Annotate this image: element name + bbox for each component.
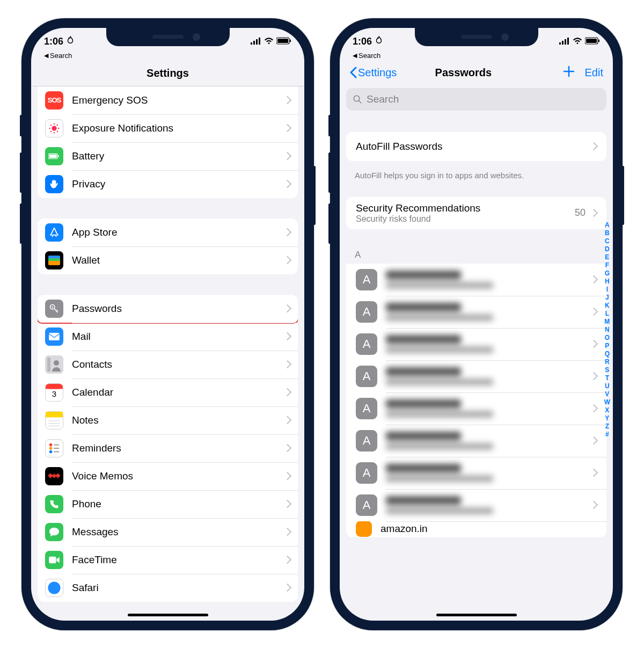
chevron-right-icon	[591, 339, 597, 349]
index-letter[interactable]: W	[604, 398, 610, 406]
battery-icon	[585, 36, 600, 47]
notch	[415, 28, 538, 46]
settings-row-emergency-sos[interactable]: SOSEmergency SOS	[38, 86, 298, 114]
svg-rect-49	[559, 42, 561, 45]
password-entry[interactable]: A	[346, 457, 606, 489]
index-letter[interactable]: L	[605, 310, 609, 318]
settings-row-safari[interactable]: Safari	[38, 574, 298, 602]
back-to-search[interactable]: ◀ Search	[31, 52, 304, 62]
entry-text-blurred	[386, 367, 591, 385]
index-letter[interactable]: E	[605, 253, 609, 261]
index-letter[interactable]: C	[605, 237, 610, 245]
index-letter[interactable]: X	[605, 406, 609, 414]
index-letter[interactable]: K	[605, 302, 610, 310]
passwords-list[interactable]: AAAAAAAAamazon.in	[346, 264, 606, 537]
site-avatar: A	[356, 333, 377, 355]
screen-right: 1:06 ◀ Search Settings Passwords	[340, 28, 613, 621]
phone-frame-right: 1:06 ◀ Search Settings Passwords	[330, 18, 623, 630]
svg-point-12	[50, 124, 52, 125]
settings-row-exposure-notifications[interactable]: Exposure Notifications	[38, 114, 298, 142]
index-letter[interactable]: #	[605, 431, 609, 439]
site-avatar: A	[356, 269, 377, 290]
settings-row-calendar[interactable]: 3Calendar	[38, 378, 298, 406]
index-letter[interactable]: Y	[605, 414, 609, 423]
svg-rect-31	[46, 387, 63, 389]
back-to-search[interactable]: ◀ Search	[340, 52, 613, 62]
index-letter[interactable]: S	[605, 366, 609, 374]
index-letter[interactable]: D	[605, 245, 610, 253]
password-entry[interactable]: A	[346, 328, 606, 360]
settings-row-messages[interactable]: Messages	[38, 518, 298, 546]
settings-row-phone[interactable]: Phone	[38, 490, 298, 518]
settings-row-notes[interactable]: Notes	[38, 406, 298, 434]
index-letter[interactable]: J	[605, 294, 609, 302]
settings-row-wallet[interactable]: Wallet	[38, 246, 298, 274]
index-letter[interactable]: B	[605, 229, 610, 237]
settings-row-contacts[interactable]: Contacts	[38, 351, 298, 378]
index-letter[interactable]: O	[605, 334, 610, 342]
entry-text-blurred	[386, 303, 591, 321]
settings-row-privacy[interactable]: Privacy	[38, 170, 298, 198]
index-letter[interactable]: V	[605, 390, 609, 398]
svg-point-10	[49, 127, 50, 128]
svg-point-7	[52, 126, 56, 130]
settings-row-mail[interactable]: Mail	[38, 323, 298, 351]
entry-text-blurred	[386, 335, 591, 353]
chevron-right-icon	[284, 360, 290, 369]
settings-list[interactable]: SOSEmergency SOSExposure NotificationsBa…	[31, 86, 304, 607]
search-placeholder: Search	[367, 93, 399, 105]
phone-icon	[45, 495, 63, 513]
home-indicator[interactable]	[436, 614, 517, 616]
edit-button[interactable]: Edit	[585, 67, 603, 79]
index-letter[interactable]: Z	[605, 423, 609, 431]
settings-row-facetime[interactable]: FaceTime	[38, 546, 298, 574]
svg-rect-50	[562, 41, 564, 45]
index-letter[interactable]: H	[605, 278, 610, 286]
password-entry[interactable]: A	[346, 392, 606, 425]
home-indicator[interactable]	[128, 614, 208, 616]
index-letter[interactable]: R	[605, 358, 610, 366]
index-letter[interactable]: M	[604, 318, 610, 326]
index-letter[interactable]: G	[605, 270, 610, 278]
password-entry[interactable]: A	[346, 264, 606, 296]
add-button[interactable]	[562, 65, 575, 81]
index-letter[interactable]: T	[605, 374, 609, 382]
index-letter[interactable]: P	[605, 342, 609, 350]
security-subtitle: Security risks found	[356, 214, 575, 224]
safari-icon	[45, 579, 63, 597]
settings-row-passwords[interactable]: Passwords	[38, 295, 298, 323]
row-label: Passwords	[72, 303, 284, 315]
chevron-right-icon	[284, 228, 290, 237]
settings-row-reminders[interactable]: Reminders	[38, 434, 298, 462]
status-time: 1:06	[353, 36, 372, 47]
password-entry[interactable]: A	[346, 425, 606, 457]
index-letter[interactable]: I	[606, 286, 608, 294]
messages-icon	[45, 523, 63, 541]
settings-row-battery[interactable]: Battery	[38, 142, 298, 170]
search-input[interactable]: Search	[346, 88, 606, 111]
facetime-icon	[45, 551, 63, 569]
back-label: Search	[358, 52, 380, 60]
settings-row-voice-memos[interactable]: Voice Memos	[38, 462, 298, 490]
entry-text-blurred	[386, 271, 591, 289]
contacts-icon	[45, 355, 63, 374]
svg-point-11	[58, 127, 59, 128]
index-letter[interactable]: Q	[605, 350, 610, 358]
index-letter[interactable]: A	[605, 221, 610, 229]
password-entry[interactable]: A	[346, 360, 606, 392]
password-entry[interactable]: A	[346, 489, 606, 521]
row-label: Reminders	[72, 442, 284, 454]
password-entry[interactable]: A	[346, 296, 606, 328]
autofill-label: AutoFill Passwords	[356, 141, 591, 152]
autofill-passwords-row[interactable]: AutoFill Passwords	[346, 132, 606, 161]
password-entry[interactable]: amazon.in	[346, 521, 606, 537]
alpha-index[interactable]: ABCDEFGHIJKLMNOPQRSTUVWXYZ#	[604, 221, 610, 439]
index-letter[interactable]: F	[605, 261, 609, 270]
index-letter[interactable]: U	[605, 382, 610, 390]
index-letter[interactable]: N	[605, 326, 610, 334]
security-recommendations-row[interactable]: Security Recommendations Security risks …	[346, 197, 606, 229]
key-icon	[45, 300, 63, 318]
settings-row-app-store[interactable]: App Store	[38, 219, 298, 246]
row-label: Messages	[72, 526, 284, 538]
notch	[106, 28, 230, 46]
